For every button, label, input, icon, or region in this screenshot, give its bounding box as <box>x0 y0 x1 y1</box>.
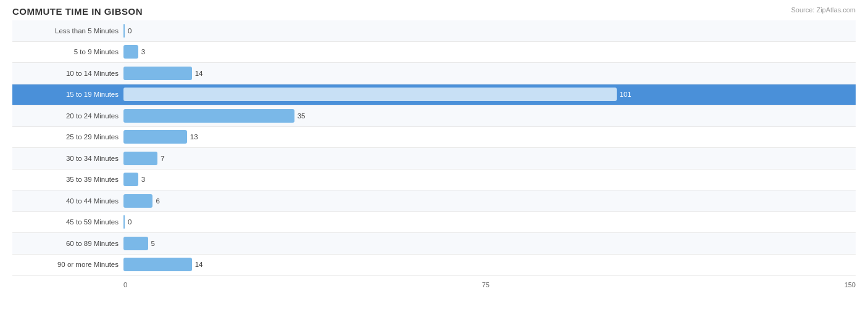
x-axis-label: 75 <box>482 281 490 288</box>
row-label: 15 to 19 Minutes <box>12 91 123 98</box>
bar-row: Less than 5 Minutes0 <box>12 20 856 42</box>
bar-row: 40 to 44 Minutes6 <box>12 190 856 212</box>
bar-value-label: 6 <box>156 197 159 205</box>
bar-area: 14 <box>123 255 856 276</box>
bar <box>123 130 187 144</box>
bar-area: 3 <box>123 170 856 190</box>
bar <box>123 215 125 229</box>
bar-value-label: 5 <box>151 240 155 247</box>
bar-value-label: 3 <box>141 176 145 183</box>
row-label: 45 to 59 Minutes <box>12 218 123 226</box>
bar-area: 5 <box>123 233 856 254</box>
bar-value-label: 3 <box>141 48 145 55</box>
bar-row: 60 to 89 Minutes5 <box>12 233 856 255</box>
bar-area: 0 <box>123 212 856 233</box>
bar-value-label: 13 <box>190 133 198 141</box>
bar <box>123 194 152 208</box>
x-axis-label: 150 <box>845 281 856 288</box>
x-axis-label: 0 <box>123 281 127 288</box>
bar <box>123 109 294 123</box>
row-label: Less than 5 Minutes <box>12 27 123 35</box>
bar-row: 15 to 19 Minutes101 <box>12 84 856 106</box>
bar-row: 90 or more Minutes14 <box>12 255 856 276</box>
bar-row: 5 to 9 Minutes3 <box>12 42 856 63</box>
bar-row: 25 to 29 Minutes13 <box>12 127 856 149</box>
bar-area: 13 <box>123 127 856 148</box>
x-axis: 075150 <box>123 276 856 294</box>
bar-value-label: 7 <box>161 155 164 162</box>
bar-value-label: 14 <box>195 70 203 77</box>
bar-value-label: 0 <box>128 218 131 226</box>
row-label: 40 to 44 Minutes <box>12 197 123 205</box>
chart-title: COMMUTE TIME IN GIBSON <box>12 6 856 17</box>
row-label: 25 to 29 Minutes <box>12 133 123 141</box>
row-label: 5 to 9 Minutes <box>12 48 123 55</box>
bar-area: 6 <box>123 190 856 211</box>
chart-container: COMMUTE TIME IN GIBSON Source: ZipAtlas.… <box>0 0 868 323</box>
bar <box>123 45 138 59</box>
bar <box>123 24 125 38</box>
bar-area: 101 <box>123 84 856 105</box>
bar-area: 35 <box>123 105 856 126</box>
bar-row: 10 to 14 Minutes14 <box>12 63 856 84</box>
bar <box>123 173 138 186</box>
bar-value-label: 101 <box>620 91 632 98</box>
row-label: 30 to 34 Minutes <box>12 155 123 162</box>
rows-container: Less than 5 Minutes05 to 9 Minutes310 to… <box>12 20 856 276</box>
bar <box>123 237 148 250</box>
row-label: 10 to 14 Minutes <box>12 70 123 77</box>
bar-row: 45 to 59 Minutes0 <box>12 212 856 234</box>
bar <box>123 88 617 101</box>
bar-area: 7 <box>123 148 856 169</box>
row-label: 20 to 24 Minutes <box>12 112 123 120</box>
bar-area: 3 <box>123 42 856 63</box>
bar-value-label: 0 <box>128 27 131 35</box>
bar <box>123 258 192 271</box>
bar-value-label: 35 <box>298 112 306 120</box>
bar-row: 35 to 39 Minutes3 <box>12 170 856 191</box>
source-text: Source: ZipAtlas.com <box>791 6 856 14</box>
bar-area: 0 <box>123 20 856 41</box>
bar-value-label: 14 <box>195 261 203 268</box>
bar-row: 30 to 34 Minutes7 <box>12 148 856 170</box>
bar <box>123 152 157 165</box>
bar <box>123 67 192 80</box>
row-label: 35 to 39 Minutes <box>12 176 123 183</box>
chart-area: Less than 5 Minutes05 to 9 Minutes310 to… <box>12 20 856 294</box>
bar-area: 14 <box>123 63 856 84</box>
row-label: 60 to 89 Minutes <box>12 240 123 247</box>
bar-row: 20 to 24 Minutes35 <box>12 105 856 127</box>
row-label: 90 or more Minutes <box>12 261 123 268</box>
